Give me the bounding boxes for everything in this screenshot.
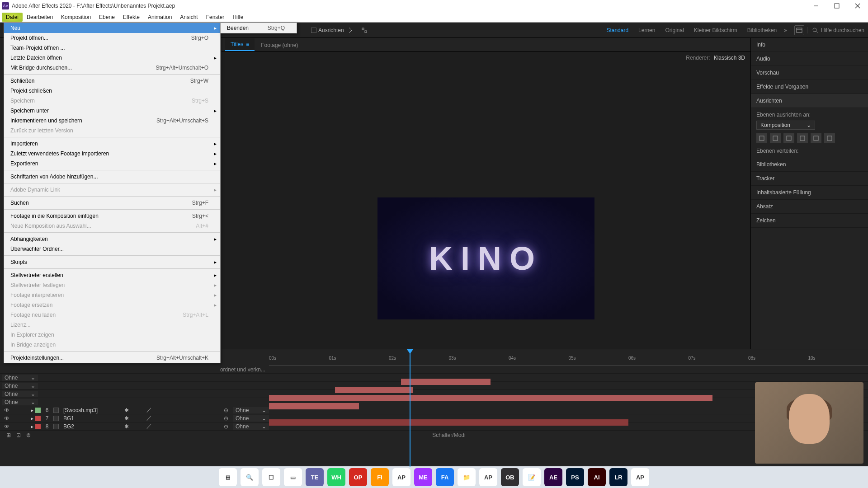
panel-ausrichten[interactable]: Ausrichten [751,94,868,108]
layer-bar[interactable] [269,403,359,409]
panel-bibliotheken[interactable]: Bibliotheken [751,158,868,172]
layer-bar[interactable] [401,379,491,385]
menu-fenster[interactable]: Fenster [202,13,229,22]
motion-blur-icon[interactable]: ⊚ [24,430,33,440]
menu-item-projekteinstellungen-[interactable]: Projekteinstellungen...Strg+Alt+Umschalt… [4,353,220,363]
label-color[interactable] [35,416,41,421]
layer-name[interactable]: BG2 [61,423,120,430]
panel-vorschau[interactable]: Vorschau [751,66,868,80]
blend-mode-select[interactable]: Ohne⌄ [233,407,269,413]
menu-animation[interactable]: Animation [144,13,176,22]
expand-icon[interactable]: ▸ [31,423,33,430]
taskbar-windows-icon[interactable]: ⊞ [219,468,237,486]
panel-effekte-und-vorgaben[interactable]: Effekte und Vorgaben [751,80,868,94]
taskbar-notepad-icon[interactable]: 📝 [523,468,541,486]
label-color[interactable] [35,408,41,413]
workspace-bibliotheken[interactable]: Bibliotheken [747,27,777,33]
workspace-standard[interactable]: Standard [606,27,628,33]
fx-icon[interactable]: ／ [144,422,154,432]
layer-name[interactable]: [Swoosh.mp3] [61,407,120,413]
blend-mode-select[interactable]: Ohne⌄ [2,383,38,389]
menu-item-letzte-dateien-ffnen[interactable]: Letzte Dateien öffnen▸ [4,53,220,63]
layer-bar[interactable] [269,395,712,401]
panel-inhaltsbasierte-füllung[interactable]: Inhaltsbasierte Füllung [751,186,868,200]
playhead[interactable] [410,349,410,467]
panel-zeichen[interactable]: Zeichen [751,214,868,228]
comp-tab-titles[interactable]: Titles≡ [225,38,255,51]
snap-edge-icon[interactable] [347,25,357,35]
align-right-button[interactable] [783,133,794,143]
taskbar-lr-icon[interactable]: LR [609,468,627,486]
align-target-select[interactable]: Komposition⌄ [756,121,815,130]
taskbar-ps-icon[interactable]: PS [566,468,584,486]
menu-item-mit-bridge-durchsuchen-[interactable]: Mit Bridge durchsuchen...Strg+Alt+Umscha… [4,63,220,73]
menu-item-footage-in-die-komposition-einf-gen[interactable]: Footage in die Komposition einfügenStrg+… [4,211,220,221]
align-top-button[interactable] [797,133,808,143]
menu-item-speichern-unter[interactable]: Speichern unter▸ [4,106,220,116]
menu-item-neu[interactable]: Neu▸ [4,23,220,33]
align-hcenter-button[interactable] [770,133,781,143]
workspace-original[interactable]: Original [665,27,684,33]
workspace-kleiner-bildschirm[interactable]: Kleiner Bildschirm [694,27,737,33]
menu-item-projekt-ffnen-[interactable]: Projekt öffnen...Strg+O [4,33,220,43]
menu-item-projekt-schlie-en[interactable]: Projekt schließen [4,86,220,96]
snap-collapse-icon[interactable] [359,25,369,35]
taskbar-widgets-icon[interactable]: ▭ [284,468,302,486]
blend-mode-select[interactable]: Ohne⌄ [233,415,269,422]
taskbar-app3-icon[interactable]: AP [631,468,649,486]
layer-bar[interactable] [269,419,628,426]
menu-item-exportieren[interactable]: Exportieren▸ [4,159,220,169]
taskbar-search-icon[interactable]: 🔍 [241,468,259,486]
snap-toggle[interactable]: Ausrichten [311,27,344,33]
menu-komposition[interactable]: Komposition [57,13,95,22]
taskbar-teams-icon[interactable]: TE [306,468,324,486]
blend-mode-select[interactable]: Ohne⌄ [2,375,38,381]
workspace-overflow-icon[interactable]: » [784,27,787,33]
taskbar-facebook-icon[interactable]: FA [436,468,454,486]
menu-datei[interactable]: Datei [2,13,23,22]
panel-audio[interactable]: Audio [751,52,868,66]
menu-item-inkrementieren-und-speichern[interactable]: Inkrementieren und speichernStrg+Alt+Ums… [4,116,220,126]
panel-menu-icon[interactable] [794,25,804,35]
blend-mode-select[interactable]: Ohne⌄ [2,399,38,405]
switches-modes-label[interactable]: Schalter/Modi [432,432,465,438]
taskbar-opera-icon[interactable]: OP [349,468,367,486]
maximize-button[interactable] [826,0,847,12]
blend-mode-select[interactable]: Ohne⌄ [233,423,269,430]
help-search[interactable]: Hilfe durchsuchen [807,27,864,33]
workspace-lernen[interactable]: Lernen [638,27,655,33]
toggle-switches-icon[interactable]: ⊞ [4,430,14,440]
menu-item-zuletzt-verwendetes-footage-importieren[interactable]: Zuletzt verwendetes Footage importieren▸ [4,149,220,159]
label-color[interactable] [35,424,41,429]
submenu-item-beenden[interactable]: BeendenStrg+Q [221,23,297,33]
taskbar-app1-icon[interactable]: AP [392,468,410,486]
menu-item-schriftarten-von-adobe-hinzuf-gen-[interactable]: Schriftarten von Adobe hinzufügen... [4,172,220,182]
layer-name[interactable]: BG1 [61,415,120,422]
layer-bar[interactable] [335,387,413,393]
taskbar-obs-icon[interactable]: OB [501,468,519,486]
expand-icon[interactable]: ▸ [31,407,33,413]
frame-blend-icon[interactable]: ⊡ [14,430,24,440]
menu-ebene[interactable]: Ebene [95,13,119,22]
panel-info[interactable]: Info [751,38,868,52]
parent-icon[interactable]: ⊙ [221,422,231,432]
taskbar-messenger-icon[interactable]: ME [414,468,432,486]
close-button[interactable] [847,0,868,12]
blend-mode-select[interactable]: Ohne⌄ [2,391,38,397]
taskbar-firefox-icon[interactable]: FI [371,468,389,486]
comp-tab-footage[interactable]: Footage (ohne) [255,39,303,51]
menu-item--berwachter-ordner-[interactable]: Überwachter Ordner... [4,244,220,254]
align-vcenter-button[interactable] [811,133,821,143]
tab-menu-icon[interactable]: ≡ [246,41,249,47]
panel-absatz[interactable]: Absatz [751,200,868,214]
taskbar-whatsapp-icon[interactable]: WH [327,468,345,486]
menu-ansicht[interactable]: Ansicht [176,13,202,22]
taskbar-app2-icon[interactable]: AP [479,468,497,486]
align-bottom-button[interactable] [824,133,835,143]
taskbar-explorer-icon[interactable]: 📁 [458,468,476,486]
align-left-button[interactable] [756,133,767,143]
taskbar-ae-icon[interactable]: AE [544,468,562,486]
minimize-button[interactable] [806,0,826,12]
renderer-value[interactable]: Klassisch 3D [714,55,745,61]
menu-hilfe[interactable]: Hilfe [228,13,247,22]
